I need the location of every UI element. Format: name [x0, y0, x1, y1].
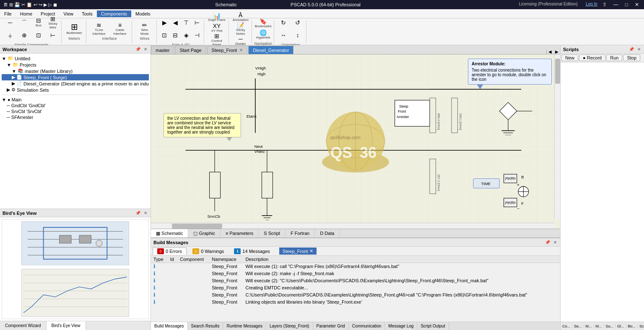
menu-components[interactable]: Components: [97, 10, 131, 17]
h-scrollbar[interactable]: [151, 223, 554, 229]
v-scrollbar[interactable]: [554, 54, 560, 219]
fortran-tab[interactable]: F Fortran: [286, 229, 315, 237]
bpt-build-messages[interactable]: Build Messages: [151, 322, 188, 330]
scripts-pin-btn[interactable]: 📌: [628, 47, 635, 52]
bpt-runtime-messages[interactable]: Runtime Messages: [223, 322, 266, 330]
data-tee-btn[interactable]: ⊤: [181, 17, 191, 28]
control-panel-btn[interactable]: ⊞ Control Panel: [207, 34, 227, 46]
script-tab[interactable]: S Script: [259, 229, 286, 237]
script-panel-sc[interactable]: Scr...: [638, 324, 644, 328]
flip-h-btn[interactable]: ↔: [277, 29, 290, 41]
bpt-script-output[interactable]: Script Output: [417, 322, 449, 330]
cable-btn[interactable]: ≡ CableInterface: [110, 23, 130, 35]
tab-master[interactable]: master: [151, 46, 174, 54]
tree-item-srvcbl[interactable]: ─ SrvCbl 'SrvCbl': [2, 108, 149, 114]
tree-item-master[interactable]: ▼ 📚 master (Master Library): [2, 68, 149, 74]
birds-eye-close-btn[interactable]: ✕: [143, 211, 148, 215]
bpt-search-results[interactable]: Search Results: [188, 322, 223, 330]
schematic-area[interactable]: VHigh High Etank Steep Front Arrester Ne…: [151, 54, 560, 229]
scripts-record-btn[interactable]: ● Record: [579, 54, 605, 61]
warnings-tab[interactable]: ⚠ 0 Warnings: [188, 248, 228, 255]
menu-tools[interactable]: Tools: [78, 10, 97, 17]
h-scroll-thumb[interactable]: [172, 224, 222, 229]
tab-start-page[interactable]: Start Page: [175, 46, 206, 54]
bookmarks-btn[interactable]: 🔖 Bookmarks: [257, 18, 270, 28]
menu-project[interactable]: Project: [36, 10, 59, 17]
bpt-communication[interactable]: Communication: [349, 322, 385, 330]
data-d3-btn[interactable]: ◈: [181, 29, 191, 41]
multimeter-btn[interactable]: ⊞ Multimeter: [64, 23, 84, 35]
node-btn[interactable]: ⊕: [18, 29, 31, 41]
birds-eye-pin-btn[interactable]: 📌: [135, 211, 141, 215]
tab-steep-front[interactable]: Steep_Front ✕: [207, 46, 248, 54]
tab-diesel-generator[interactable]: Diesel_Generator: [248, 46, 293, 54]
graph-frame-btn[interactable]: 📊 Graph Frame: [207, 12, 227, 22]
build-msg-close-btn[interactable]: ✕: [553, 240, 558, 245]
build-msg-pin-btn[interactable]: 📌: [544, 240, 551, 245]
tree-item-untitled[interactable]: ▼ 📁 Untitled: [2, 55, 149, 62]
errors-tab[interactable]: 0 0 Errors: [153, 248, 187, 255]
hyperlink-btn[interactable]: 🌐 Hyperlink: [257, 29, 270, 40]
login-label[interactable]: Log In: [586, 2, 597, 8]
data-d1-btn[interactable]: ⊡: [159, 29, 169, 41]
birds-eye-preview[interactable]: [2, 219, 149, 319]
wire-mode-btn[interactable]: ✏ WireMode: [135, 23, 155, 35]
data-tab[interactable]: D Data: [315, 229, 340, 237]
bpt-layers[interactable]: Layers (Steep_Front): [266, 322, 313, 330]
menu-models[interactable]: Models: [131, 10, 154, 17]
filter-close-icon[interactable]: ✕: [309, 248, 313, 254]
v-scroll-thumb[interactable]: [555, 59, 560, 84]
menu-file[interactable]: File: [0, 10, 16, 17]
sticky-wire-btn[interactable]: ⊞StickyWire: [46, 17, 60, 28]
tree-item-steep-front[interactable]: ▶ 📄 Steep_Front ( Surge): [2, 74, 149, 80]
component-wizard-tab[interactable]: Component Wizard: [0, 321, 47, 330]
bus-btn[interactable]: ⊟Bus: [32, 17, 45, 28]
tline-btn[interactable]: ≋ TLineInterface: [89, 23, 109, 35]
data-in-btn[interactable]: ▶: [159, 17, 169, 28]
script-panel-m1[interactable]: M...: [584, 324, 594, 328]
data-d2-btn[interactable]: ⊟: [170, 29, 180, 41]
ground-btn[interactable]: ⏚: [3, 29, 17, 41]
data-pgm-btn[interactable]: ⊢: [192, 17, 202, 28]
scripts-stop-btn[interactable]: Stop: [623, 54, 640, 61]
tree-item-projects[interactable]: ▼ 📁 Projects: [2, 62, 149, 68]
script-panel-se[interactable]: Se...: [572, 324, 584, 328]
script-panel-m2[interactable]: M...: [594, 324, 604, 328]
scripts-close-btn[interactable]: ✕: [636, 47, 641, 52]
messages-tab[interactable]: ℹ 14 Messages: [230, 248, 274, 255]
script-panel-su[interactable]: Su...: [604, 324, 616, 328]
tab-scroll-left[interactable]: ◀: [547, 49, 553, 54]
tab-scroll-right[interactable]: ▶: [553, 49, 560, 54]
tree-item-sim-sets[interactable]: ▶ ⚙ Simulation Sets: [2, 87, 149, 93]
menu-view[interactable]: View: [59, 10, 78, 17]
tree-item-gndcbl[interactable]: ─ GndCbl 'GndCbl': [2, 103, 149, 108]
window-close-btn[interactable]: ✕: [633, 2, 641, 8]
tree-item-main[interactable]: ▼ ● Main: [2, 97, 149, 103]
script-panel-co[interactable]: Co...: [561, 324, 572, 328]
filter-tab[interactable]: Steep_Front ✕: [279, 248, 317, 255]
menu-home[interactable]: Home: [16, 10, 36, 17]
birds-eye-tab[interactable]: Bird's Eye View: [47, 321, 86, 330]
data-d4-btn[interactable]: ⊣: [192, 29, 202, 41]
schematic-tab[interactable]: ▦ Schematic: [151, 229, 188, 237]
xy-plot-btn[interactable]: XY XY Plot: [207, 23, 227, 33]
workspace-pin-btn[interactable]: 📌: [135, 47, 141, 52]
flip-v-btn[interactable]: ↕: [291, 29, 304, 41]
window-upload-btn[interactable]: ⇧: [601, 2, 608, 8]
tab-steep-front-close[interactable]: ✕: [239, 48, 243, 52]
scripts-run-btn[interactable]: Run: [606, 54, 622, 61]
rotate-cw-btn[interactable]: ↻: [277, 17, 290, 28]
window-max-btn[interactable]: □: [623, 2, 630, 8]
graphic-tab[interactable]: ▢ Graphic: [188, 229, 221, 237]
src-btn[interactable]: ⊡: [32, 29, 45, 41]
divider-btn[interactable]: ─ Divider: [234, 36, 247, 46]
scripts-new-btn[interactable]: New: [561, 54, 578, 61]
switch-btn[interactable]: ⊢: [46, 29, 60, 41]
annotation-btn[interactable]: Ā Annotation: [234, 12, 247, 22]
window-min-btn[interactable]: —: [612, 2, 620, 8]
bpt-parameter-grid[interactable]: Parameter Grid: [313, 322, 349, 330]
rotate-ccw-btn[interactable]: ↺: [291, 17, 304, 28]
sticky-notes-btn[interactable]: 📝 Sticky Notes: [234, 23, 247, 35]
parameters-tab[interactable]: ≡ Parameters: [221, 229, 259, 237]
tree-item-diesel[interactable]: ▶ 📄 Diesel_Generator (Diesel engine as a…: [2, 80, 149, 87]
